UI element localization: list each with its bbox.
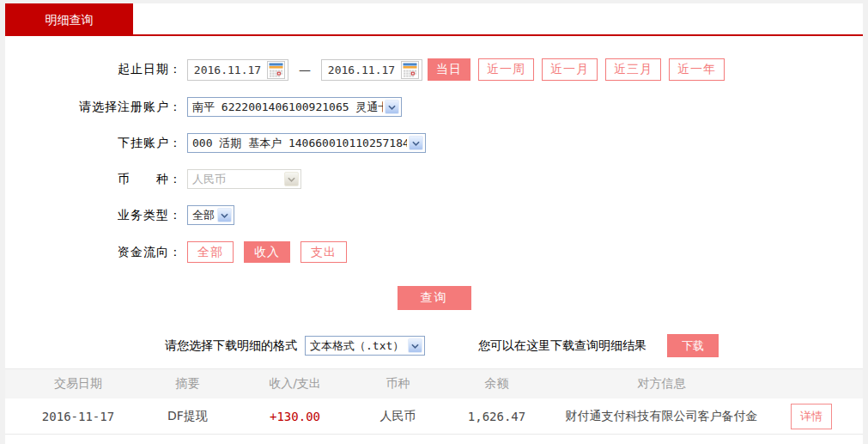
download-button[interactable]: 下载 bbox=[667, 334, 719, 357]
download-format-select[interactable]: 文本格式（.txt） bbox=[305, 336, 425, 356]
cell-summary: DF提现 bbox=[134, 409, 241, 424]
chevron-down-icon bbox=[408, 338, 422, 353]
sub-account-row: 下挂账户： 000 活期 基本户 1406600101102571848 bbox=[5, 133, 863, 153]
download-hint: 您可以在这里下载查询明细结果 bbox=[478, 338, 646, 354]
quick-range-year-button[interactable]: 近一年 bbox=[669, 58, 725, 81]
cell-balance: 1,626.47 bbox=[447, 410, 546, 423]
header-counterparty: 对方信息 bbox=[546, 376, 777, 392]
sub-account-value: 000 活期 基本户 1406600101102571848 bbox=[192, 136, 407, 151]
cell-currency: 人民币 bbox=[349, 409, 447, 424]
chevron-down-icon bbox=[385, 100, 399, 114]
start-date-field[interactable] bbox=[187, 59, 288, 81]
sub-account-select[interactable]: 000 活期 基本户 1406600101102571848 bbox=[187, 133, 426, 153]
register-account-select[interactable]: 南平 6222001406100921065 灵通卡 bbox=[187, 97, 402, 117]
quick-range-week-button[interactable]: 近一周 bbox=[478, 58, 534, 81]
detail-button[interactable]: 详情 bbox=[791, 404, 832, 429]
date-range-label: 起止日期： bbox=[5, 62, 182, 77]
currency-select: 人民币 bbox=[187, 169, 301, 189]
main-panel: 明细查询 起止日期： bbox=[5, 0, 863, 444]
register-account-row: 请选择注册账户： 南平 6222001406100921065 灵通卡 bbox=[5, 97, 863, 117]
sub-account-label: 下挂账户： bbox=[5, 136, 182, 151]
download-row: 请您选择下载明细的格式 文本格式（.txt） 您可以在这里下载查询明细结果 下载 bbox=[5, 334, 863, 357]
query-button[interactable]: 查询 bbox=[398, 286, 471, 310]
tab-bar: 明细查询 bbox=[5, 3, 863, 36]
header-summary: 摘要 bbox=[134, 376, 241, 392]
currency-value: 人民币 bbox=[192, 172, 226, 187]
table-header-row: 交易日期 摘要 收入/支出 币种 余额 对方信息 bbox=[5, 369, 863, 398]
currency-label: 币 种： bbox=[5, 172, 182, 187]
header-trade-date: 交易日期 bbox=[22, 376, 134, 392]
calendar-icon[interactable] bbox=[401, 61, 419, 79]
business-type-label: 业务类型： bbox=[5, 208, 182, 223]
start-date-input[interactable] bbox=[188, 64, 267, 76]
business-type-row: 业务类型： 全部 bbox=[5, 205, 863, 225]
end-date-field[interactable] bbox=[321, 59, 422, 81]
chevron-down-icon bbox=[409, 136, 423, 150]
fund-flow-income-button[interactable]: 收入 bbox=[244, 241, 290, 263]
tab-detail-query[interactable]: 明细查询 bbox=[5, 3, 133, 36]
fund-flow-row: 资金流向： 全部 收入 支出 bbox=[5, 241, 863, 263]
query-form: 起止日期： bbox=[5, 36, 863, 310]
header-currency: 币种 bbox=[349, 376, 447, 392]
fund-flow-expense-button[interactable]: 支出 bbox=[300, 241, 347, 263]
register-account-label: 请选择注册账户： bbox=[5, 100, 182, 115]
table-row: 2016-11-17 DF提现 +130.00 人民币 1,626.47 财付通… bbox=[5, 398, 863, 435]
cell-trade-date: 2016-11-17 bbox=[22, 410, 134, 423]
business-type-select[interactable]: 全部 bbox=[187, 205, 234, 225]
chevron-down-icon bbox=[284, 172, 299, 186]
currency-row: 币 种： 人民币 bbox=[5, 169, 863, 189]
business-type-value: 全部 bbox=[192, 208, 215, 223]
download-format-label: 请您选择下载明细的格式 bbox=[165, 338, 297, 354]
chevron-down-icon bbox=[217, 208, 232, 222]
fund-flow-label: 资金流向： bbox=[5, 245, 182, 260]
header-balance: 余额 bbox=[447, 376, 546, 392]
quick-range-today-button[interactable]: 当日 bbox=[428, 58, 470, 81]
date-range-row: 起止日期： bbox=[5, 58, 863, 81]
quick-range-quarter-button[interactable]: 近三月 bbox=[605, 58, 661, 81]
download-format-value: 文本格式（.txt） bbox=[310, 338, 404, 354]
cell-amount: +130.00 bbox=[241, 410, 349, 423]
calendar-icon[interactable] bbox=[267, 61, 285, 79]
cell-counterparty: 财付通支付科技有限公司客户备付金 bbox=[546, 409, 777, 424]
header-income-expense: 收入/支出 bbox=[241, 376, 349, 392]
end-date-input[interactable] bbox=[322, 64, 401, 76]
date-range-separator: — bbox=[299, 63, 311, 76]
fund-flow-all-button[interactable]: 全部 bbox=[187, 241, 234, 263]
quick-range-month-button[interactable]: 近一月 bbox=[542, 58, 598, 81]
results-table: 交易日期 摘要 收入/支出 币种 余额 对方信息 2016-11-17 DF提现… bbox=[5, 368, 863, 435]
register-account-value: 南平 6222001406100921065 灵通卡 bbox=[192, 100, 383, 115]
